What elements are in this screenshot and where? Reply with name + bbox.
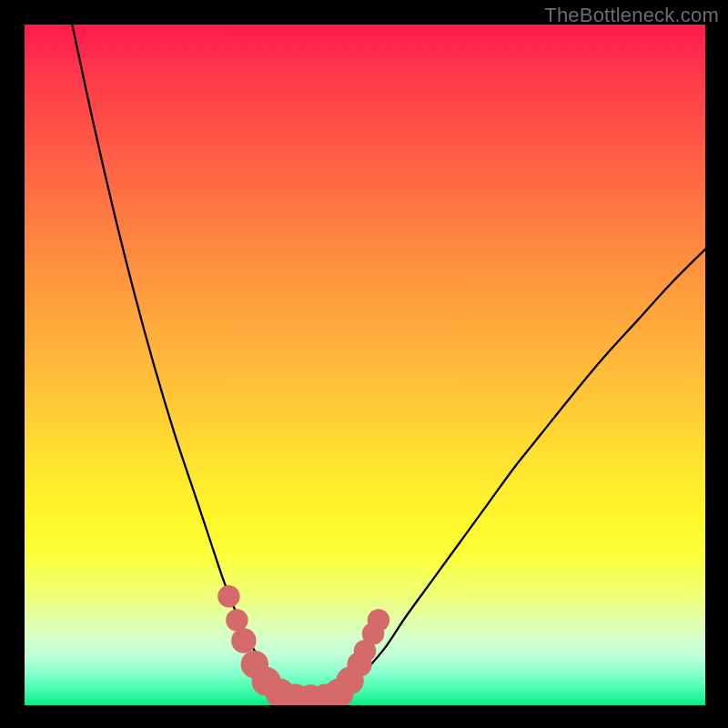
highlight-dot <box>226 609 248 631</box>
highlight-dot <box>231 628 256 652</box>
right-curve <box>338 249 705 695</box>
highlight-dot <box>368 609 389 631</box>
highlight-dots <box>217 585 389 705</box>
chart-overlay <box>25 25 705 705</box>
left-curve <box>72 25 293 695</box>
highlight-dot <box>217 585 239 607</box>
